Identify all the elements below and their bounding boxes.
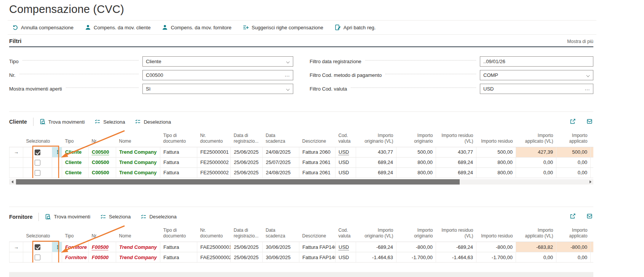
trova-movimenti-button[interactable]: Trova movimenti [45,214,90,220]
tipo-dropdown[interactable]: Cliente [142,56,293,67]
selected-cell[interactable] [23,157,52,167]
cell-nr-link[interactable]: C00500 [89,157,116,167]
col-header[interactable]: Cod. valuta [336,129,356,147]
selected-cell[interactable] [23,242,52,252]
col-header[interactable]: Importo residuo [476,129,516,147]
cell-nr-link[interactable]: C00500 [89,147,116,157]
col-header[interactable]: Nome [116,224,160,242]
cell-importo-applicato[interactable]: -800,00 [556,242,591,252]
table-row[interactable]: Cliente C00500 Trend Company Fattura FE2… [10,157,594,167]
col-header[interactable]: Importo applicato [556,129,591,147]
cell-importo-applicato[interactable]: 0,00 [556,167,591,178]
col-header[interactable]: Data di registrazio... [231,224,263,242]
row-options-cell[interactable] [52,167,62,178]
col-header[interactable]: Tipo di documento [160,129,197,147]
compens-da-mov-cliente-button[interactable]: Compens. da mov. cliente [85,24,150,30]
col-header[interactable]: Importo applicato (VL) [516,129,556,147]
row-options-cell[interactable] [52,252,62,263]
col-header[interactable]: Tipo [62,129,89,147]
col-header[interactable]: Nr. documento [197,224,231,242]
cell-importo-applicato-vl[interactable]: 427,39 [516,147,556,157]
share-button[interactable] [569,118,577,126]
col-header[interactable]: Selezionato [23,224,52,242]
cell-nr-link[interactable]: C00500 [89,167,116,178]
col-header[interactable]: Importo residuo (VL) [436,129,476,147]
col-header[interactable]: Data di registrazio... [231,129,263,147]
suggerisci-righe-button[interactable]: Suggerisci righe compensazione [243,24,323,30]
col-header[interactable]: Importo residuo [476,224,516,242]
cell-importo-applicato-vl[interactable]: 0,00 [516,252,556,263]
col-header[interactable]: Data scadenza [263,224,299,242]
cell-cod-valuta-link[interactable]: USD [336,242,356,252]
col-header[interactable]: Nr. [89,224,116,242]
col-header[interactable]: Importo residuo (VL) [436,224,476,242]
cell-importo-applicato-vl[interactable]: 0,00 [516,167,556,178]
col-header[interactable]: Tipo [62,224,89,242]
cell-nr-link[interactable]: F00500 [89,242,116,252]
cell-nr-link[interactable]: F00500 [89,252,116,263]
col-header[interactable]: Importo originario [396,224,436,242]
scroll-right-icon[interactable] [587,179,593,185]
assist-edit-icon[interactable] [284,72,290,78]
table-row[interactable]: Fornitore F00500 Trend Company Fattura F… [10,242,594,252]
cell-importo-applicato-vl[interactable]: -683,82 [516,242,556,252]
filtro-cod-valuta-input[interactable]: USD [480,84,593,94]
selected-cell[interactable] [23,167,52,178]
deseleziona-button[interactable]: Deseleziona [135,119,171,125]
row-checkbox[interactable] [35,255,40,260]
cell-cod-valuta[interactable]: USD [336,157,356,167]
col-header[interactable]: Importo applicato [556,224,591,242]
col-header[interactable]: Nr. documento [197,129,231,147]
col-header[interactable]: Importo applicato (VL) [516,224,556,242]
cell-importo-applicato[interactable]: 0,00 [556,252,591,263]
open-in-new-button[interactable] [586,118,593,126]
row-checkbox[interactable] [35,150,40,155]
col-header[interactable]: Data scadenza [263,129,299,147]
mostra-movimenti-dropdown[interactable]: Sì [142,84,293,94]
annulla-compensazione-button[interactable]: Annulla compensazione [12,24,74,30]
col-header[interactable]: Tipo di documento [160,224,197,242]
table-row[interactable]: Fornitore F00500 Trend Company Fattura F… [10,252,594,263]
filtro-data-registrazione-input[interactable]: ..09/01/26 [480,56,593,67]
col-header[interactable]: Nr. [89,129,116,147]
col-header[interactable]: Importo originario (VL) [356,224,396,242]
cell-importo-applicato[interactable]: 500,00 [556,147,591,157]
show-more-link[interactable]: Mostra di più [567,39,593,44]
nr-input[interactable]: C00500 [142,70,293,80]
cell-cod-valuta[interactable]: USD [336,252,356,263]
chevron-down-icon[interactable] [586,73,590,77]
row-checkbox[interactable] [35,170,40,176]
table-row[interactable]: Cliente C00500 Trend Company Fattura FE2… [10,167,594,178]
col-header[interactable]: Selezionato [23,129,52,147]
col-header[interactable]: Descrizione [299,224,336,242]
cell-importo-applicato-vl[interactable]: 0,00 [516,157,556,167]
deseleziona-button[interactable]: Deseleziona [141,214,177,220]
open-in-new-button[interactable] [586,212,593,221]
scroll-left-icon[interactable] [9,179,15,185]
col-header[interactable]: Nome [116,129,160,147]
col-header[interactable]: Importo originario [396,129,436,147]
selected-cell[interactable] [23,147,52,157]
chevron-down-icon[interactable] [286,60,289,63]
row-checkbox[interactable] [35,244,40,250]
seleziona-button[interactable]: Seleziona [100,214,131,220]
col-header[interactable]: Importo originario (VL) [356,129,396,147]
cell-cod-valuta[interactable]: USD [336,167,356,178]
selected-cell[interactable] [23,252,52,263]
share-button[interactable] [569,212,577,221]
apri-batch-reg-button[interactable]: Apri batch reg. [335,24,376,30]
filtro-metodo-pagamento-dropdown[interactable]: COMP [480,70,593,80]
row-checkbox[interactable] [35,160,40,166]
row-options-cell[interactable] [52,147,62,157]
chevron-down-icon[interactable] [286,87,289,91]
seleziona-button[interactable]: Seleziona [94,119,125,125]
horizontal-scrollbar[interactable] [9,179,593,185]
assist-edit-icon[interactable] [585,85,590,91]
col-header[interactable]: Descrizione [299,129,336,147]
row-options-cell[interactable] [52,157,62,167]
cell-cod-valuta-link[interactable]: USD [336,147,356,157]
bottom-scrollbar-track[interactable] [9,272,593,277]
scrollbar-thumb[interactable] [16,179,460,185]
row-options-cell[interactable] [52,242,62,252]
scrollbar-track[interactable] [15,179,587,185]
